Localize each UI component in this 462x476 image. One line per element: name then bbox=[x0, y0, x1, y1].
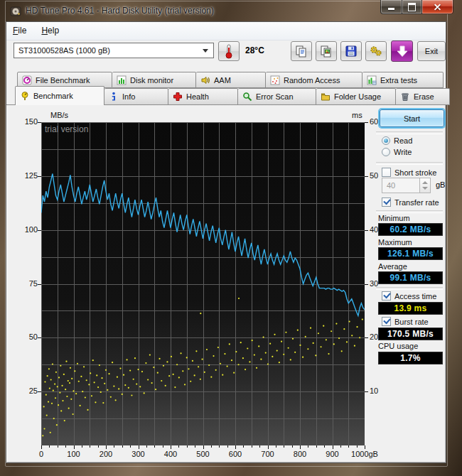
thermometer-icon bbox=[225, 43, 233, 59]
tick-label bbox=[243, 445, 244, 448]
hard-disk-icon bbox=[10, 6, 21, 17]
tick-label bbox=[58, 445, 58, 448]
tick-label bbox=[365, 391, 368, 392]
tick-label: 900 bbox=[318, 450, 347, 458]
tick-label bbox=[365, 284, 368, 285]
tick-label bbox=[90, 445, 90, 448]
tick-label bbox=[187, 445, 188, 448]
magnifier-icon bbox=[242, 92, 252, 102]
tick-label bbox=[284, 445, 284, 448]
options-button[interactable] bbox=[365, 41, 387, 61]
tab-disk-monitor[interactable]: Disk monitor bbox=[112, 72, 196, 88]
tick-label: 75 bbox=[6, 279, 38, 288]
maximize-button[interactable] bbox=[402, 0, 422, 14]
down-arrow-icon bbox=[395, 44, 409, 58]
tab-extra-tests[interactable]: Extra tests bbox=[362, 72, 444, 88]
burst-rate-checkbox[interactable] bbox=[382, 317, 391, 326]
tick-label bbox=[74, 445, 75, 449]
cpu-usage-value: 1.7% bbox=[378, 352, 443, 364]
read-radio[interactable] bbox=[382, 136, 390, 145]
tab-erase[interactable]: Erase bbox=[396, 88, 450, 105]
tick-label bbox=[122, 445, 123, 448]
tab-health[interactable]: Health bbox=[168, 88, 238, 105]
download-button[interactable] bbox=[391, 40, 413, 62]
tab-label: File Benchmark bbox=[36, 76, 90, 85]
menu-help[interactable]: Help bbox=[35, 22, 65, 39]
write-option[interactable]: Write bbox=[382, 148, 412, 156]
average-value: 99.1 MB/s bbox=[378, 271, 443, 284]
short-stroke-checkbox[interactable] bbox=[382, 168, 391, 177]
gears-icon bbox=[369, 45, 383, 58]
copy-image-button[interactable] bbox=[316, 41, 337, 61]
tick-label: 200 bbox=[92, 450, 120, 458]
tick-label bbox=[365, 337, 368, 338]
title-bar[interactable]: HD Tune Pro 4.61 - Hard Disk Utility (tr… bbox=[0, 0, 462, 21]
temperature-button[interactable] bbox=[218, 41, 240, 61]
tick-label: 100 bbox=[6, 225, 38, 234]
short-stroke-unit: gB bbox=[436, 180, 445, 189]
tab-random-access[interactable]: Random Access bbox=[266, 72, 362, 88]
drive-select-value: ST31000528AS (1000 gB) bbox=[18, 46, 110, 55]
short-stroke-size-input[interactable]: 40 bbox=[382, 178, 420, 193]
tab-label: Random Access bbox=[284, 76, 340, 85]
tick-label bbox=[106, 445, 107, 449]
maximum-value: 126.1 MB/s bbox=[378, 247, 443, 260]
burst-rate-value: 170.5 MB/s bbox=[378, 328, 443, 340]
transfer-rate-checkbox[interactable] bbox=[382, 198, 391, 207]
menu-file[interactable]: File bbox=[6, 22, 33, 39]
tick-label: 30 bbox=[370, 279, 378, 288]
tick-label: 25 bbox=[6, 386, 38, 395]
tick-label bbox=[219, 445, 220, 448]
tab-benchmark[interactable]: Benchmark bbox=[15, 86, 104, 105]
tick-label: 20 bbox=[370, 332, 378, 341]
tab-error-scan[interactable]: Error Scan bbox=[238, 88, 316, 105]
access-time-option[interactable]: Access time bbox=[382, 291, 436, 301]
tab-label: Health bbox=[186, 92, 209, 101]
tick-label bbox=[348, 445, 349, 448]
copy-image-icon bbox=[320, 45, 333, 58]
tick-label bbox=[227, 445, 228, 448]
tick-label bbox=[139, 445, 139, 449]
read-label: Read bbox=[394, 136, 412, 145]
quantity-stepper[interactable] bbox=[420, 178, 431, 193]
tick-label bbox=[300, 445, 301, 449]
tab-label: Disk monitor bbox=[130, 76, 173, 85]
burst-rate-option[interactable]: Burst rate bbox=[382, 317, 429, 326]
separator bbox=[376, 162, 443, 165]
tick-label bbox=[195, 445, 195, 448]
tick-label bbox=[235, 445, 236, 449]
read-option[interactable]: Read bbox=[382, 136, 412, 145]
write-radio[interactable] bbox=[382, 148, 390, 156]
access-time-label: Access time bbox=[394, 292, 436, 301]
tab-folder-usage[interactable]: Folder Usage bbox=[316, 88, 396, 105]
copy-text-button[interactable] bbox=[291, 41, 312, 61]
transfer-rate-option[interactable]: Transfer rate bbox=[382, 198, 439, 207]
spin-down-icon[interactable] bbox=[422, 187, 428, 190]
tab-label: AAM bbox=[214, 76, 231, 85]
save-button[interactable] bbox=[340, 41, 362, 61]
drive-select[interactable]: ST31000528AS (1000 gB) bbox=[14, 43, 214, 58]
transfer-rate-label: Transfer rate bbox=[394, 198, 439, 207]
access-time-checkbox[interactable] bbox=[382, 291, 391, 301]
toolbar: ST31000528AS (1000 gB) 28°C bbox=[6, 40, 446, 70]
tick-label: 60 bbox=[370, 117, 378, 126]
exit-label: Exit bbox=[425, 47, 438, 55]
spin-up-icon[interactable] bbox=[422, 181, 428, 184]
tick-label bbox=[65, 445, 66, 448]
start-button[interactable]: Start bbox=[380, 109, 444, 127]
tick-label bbox=[252, 445, 252, 448]
tick-label: 1000gB bbox=[350, 450, 379, 458]
tick-label: 150 bbox=[6, 117, 38, 126]
short-stroke-option[interactable]: Short stroke bbox=[382, 168, 436, 177]
tab-aam[interactable]: AAM bbox=[196, 72, 266, 88]
tab-info[interactable]: Info bbox=[104, 88, 168, 105]
close-button[interactable] bbox=[422, 0, 453, 14]
exit-button[interactable]: Exit bbox=[417, 41, 446, 61]
tick-label bbox=[203, 445, 204, 449]
copy-text-icon bbox=[295, 45, 308, 58]
tick-label bbox=[114, 445, 114, 448]
tick-label: 50 bbox=[370, 171, 378, 180]
minimize-button[interactable] bbox=[380, 0, 402, 14]
folder-icon bbox=[321, 92, 331, 102]
chevron-down-icon bbox=[203, 49, 208, 53]
